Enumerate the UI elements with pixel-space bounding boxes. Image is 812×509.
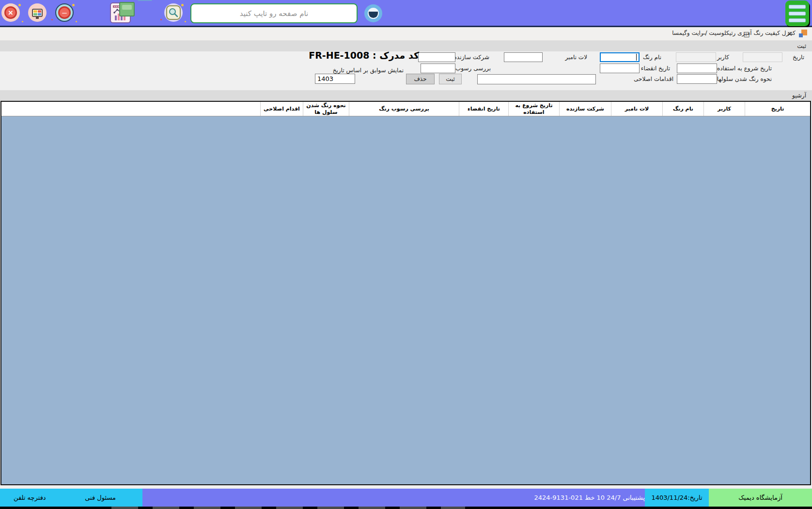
history-year-field[interactable] xyxy=(315,74,355,84)
statusbar-gap xyxy=(0,485,812,489)
start-date-field[interactable] xyxy=(677,64,717,73)
hamburger-menu-button[interactable] xyxy=(785,0,809,26)
close-icon: ✕ xyxy=(1,3,20,22)
archive-table: تاریخ کاربر نام رنگ لات نامبر شرکت سازند… xyxy=(0,101,811,485)
column-header-user[interactable]: کاربر xyxy=(703,102,745,116)
application-window: ✕ ─ xyxy=(0,0,812,509)
column-header-color-name[interactable]: نام رنگ xyxy=(662,102,703,116)
hamburger-menu-icon xyxy=(789,5,806,9)
date-segment: تاریخ:1403/11/24 xyxy=(645,489,709,507)
color-name-field[interactable] xyxy=(600,52,640,62)
search-icon xyxy=(164,3,183,22)
maximize-window-button[interactable]: □ xyxy=(736,27,757,41)
status-bar: آزمایشگاه دیمیک تاریخ:1403/11/24 پشتیبان… xyxy=(0,489,812,507)
archive-section-header: آرشیو xyxy=(0,90,812,101)
lot-number-label: لات نامبر xyxy=(565,52,587,62)
column-header-sediment-check[interactable]: بررسی رسوب رنگ xyxy=(349,102,459,116)
support-segment: پشتیبانی 24/7 10 خط 021-9131-2424 xyxy=(142,489,645,507)
cell-coloring-label: نحوه رنگ شدن سلولها xyxy=(717,74,772,84)
column-header-cell-coloring[interactable]: نحوه رنگ شدن سلول ها xyxy=(303,102,349,116)
text-caret xyxy=(636,54,637,61)
column-header-corrective-action[interactable]: اقدام اصلاحی xyxy=(260,102,303,116)
close-window-button[interactable]: ✕ xyxy=(779,27,800,41)
start-date-label: تاریخ شروع به استفاده xyxy=(717,64,772,73)
column-header-expiry-date[interactable]: تاریخ انقضاء xyxy=(459,102,508,116)
top-toolbar: ✕ ─ xyxy=(0,0,812,27)
page-search-input[interactable] xyxy=(190,3,358,23)
sediment-check-field[interactable] xyxy=(421,64,455,73)
document-code: کد مدرک : FR-HE-1008 xyxy=(309,50,419,61)
archive-table-header: تاریخ کاربر نام رنگ لات نامبر شرکت سازند… xyxy=(1,102,810,116)
date-label: تاریخ xyxy=(793,52,804,62)
minimize-window-button[interactable]: ─ xyxy=(693,27,714,41)
monitor-icon xyxy=(28,3,47,22)
minimize-circle-button[interactable]: ─ xyxy=(55,3,74,22)
technical-manager-link[interactable]: مسئول فنی xyxy=(85,494,116,501)
close-circle-button[interactable]: ✕ xyxy=(1,3,20,22)
column-header-date[interactable]: تاریخ xyxy=(745,102,810,116)
lab-name-segment: آزمایشگاه دیمیک xyxy=(709,489,812,507)
expiry-date-label: تاریخ انقضاء xyxy=(641,64,670,73)
corrective-actions-field[interactable] xyxy=(477,74,596,84)
lot-number-field[interactable] xyxy=(504,52,543,62)
user-label: کاربر xyxy=(717,52,729,62)
user-field xyxy=(676,52,716,62)
column-header-manufacturer[interactable]: شرکت سازنده xyxy=(559,102,611,116)
eye-icon-button[interactable] xyxy=(364,4,382,22)
column-header-start-date[interactable]: تاریخ شروع به استفاده xyxy=(508,102,559,116)
delete-button[interactable]: حذف xyxy=(406,74,435,84)
taskbar-strip xyxy=(0,507,812,509)
register-form: تاریخ کاربر نام رنگ لات نامبر شرکت سازند… xyxy=(0,51,812,90)
monitor-button[interactable] xyxy=(28,3,47,22)
expiry-date-field[interactable] xyxy=(600,64,640,73)
cell-coloring-field[interactable] xyxy=(677,74,717,84)
window-title: کنترل کیفیت رنگ آمیزی رتیکلوسیت / رایت و… xyxy=(672,30,796,36)
manufacturer-field[interactable] xyxy=(418,52,455,62)
register-section-label: ثبت xyxy=(797,43,806,49)
archive-section-label: آرشیو xyxy=(792,92,806,99)
corrective-actions-label: اقدامات اصلاحی xyxy=(634,74,673,84)
manufacturer-label: شرکت سازنده xyxy=(454,52,489,62)
history-filter-label: نمایش سوابق بر اساس تاریخ xyxy=(333,67,404,74)
search-tool-button[interactable] xyxy=(164,3,183,22)
window-titlebar: کنترل کیفیت رنگ آمیزی رتیکلوسیت / رایت و… xyxy=(0,27,812,41)
status-date: تاریخ:1403/11/24 xyxy=(651,494,702,501)
date-field xyxy=(743,52,782,62)
lab-name: آزمایشگاه دیمیک xyxy=(738,494,782,501)
right-links-segment: مسئول فنی دفترچه تلفن xyxy=(0,489,142,507)
minus-icon: ─ xyxy=(55,3,74,22)
color-name-label: نام رنگ xyxy=(643,52,661,62)
support-info: پشتیبانی 24/7 10 خط 021-9131-2424 xyxy=(534,494,645,501)
column-header-filler xyxy=(1,102,260,116)
submit-button[interactable]: ثبت xyxy=(439,74,462,84)
column-header-lot-number[interactable]: لات نامبر xyxy=(611,102,662,116)
archive-table-body[interactable] xyxy=(1,116,810,484)
phonebook-link[interactable]: دفترچه تلفن xyxy=(14,494,46,501)
